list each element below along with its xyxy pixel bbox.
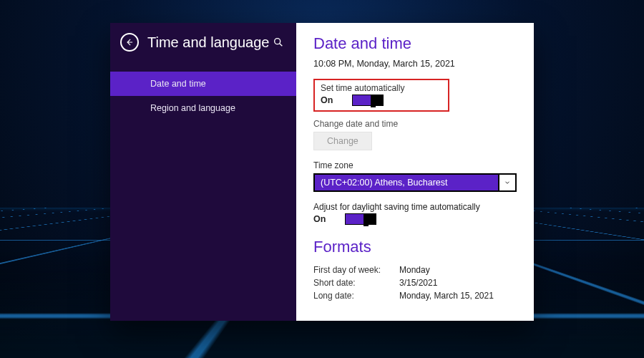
highlight-box: Set time automatically On [313, 79, 449, 112]
format-row: Long date: Monday, March 15, 2021 [313, 289, 517, 302]
sidebar: Time and language Date and time Region a… [110, 23, 296, 321]
sidebar-header: Time and language [110, 23, 296, 59]
settings-window: Time and language Date and time Region a… [110, 23, 534, 321]
format-value: Monday, March 15, 2021 [399, 291, 494, 301]
change-date-time-block: Change date and time Change [313, 119, 517, 150]
auto-dst-block: Adjust for daylight saving time automati… [313, 202, 517, 225]
formats-heading: Formats [313, 238, 517, 256]
timezone-block: Time zone (UTC+02:00) Athens, Bucharest [313, 160, 517, 192]
svg-point-0 [275, 39, 280, 44]
sidebar-item-label: Date and time [150, 79, 206, 89]
current-datetime: 10:08 PM, Monday, March 15, 2021 [313, 59, 517, 69]
search-icon [273, 37, 284, 48]
format-row: Short date: 3/15/2021 [313, 276, 517, 289]
change-button: Change [313, 132, 372, 150]
auto-dst-label: Adjust for daylight saving time automati… [313, 202, 517, 212]
sidebar-item-region-and-language[interactable]: Region and language [110, 96, 296, 120]
chevron-down-icon [504, 179, 511, 186]
auto-dst-toggle[interactable] [345, 213, 376, 225]
arrow-left-icon [125, 37, 135, 47]
format-key: Long date: [313, 291, 399, 301]
timezone-select[interactable]: (UTC+02:00) Athens, Bucharest [313, 173, 517, 192]
auto-dst-state: On [313, 214, 345, 224]
formats-section: Formats First day of week: Monday Short … [313, 238, 517, 302]
sidebar-item-label: Region and language [150, 103, 235, 113]
timezone-caret [498, 175, 515, 190]
search-button[interactable] [270, 34, 286, 50]
timezone-value: (UTC+02:00) Athens, Bucharest [315, 175, 498, 190]
sidebar-title: Time and language [147, 34, 270, 51]
main-panel: Date and time 10:08 PM, Monday, March 15… [296, 23, 534, 321]
format-value: Monday [399, 265, 430, 275]
change-date-time-label: Change date and time [313, 119, 517, 129]
set-time-automatically-state: On [321, 95, 352, 105]
format-row: First day of week: Monday [313, 263, 517, 276]
timezone-label: Time zone [313, 160, 517, 170]
set-time-automatically-label: Set time automatically [321, 83, 442, 93]
set-time-automatically-toggle[interactable] [352, 95, 384, 106]
format-key: First day of week: [313, 265, 399, 275]
back-button[interactable] [120, 33, 139, 52]
format-value: 3/15/2021 [399, 278, 437, 288]
format-key: Short date: [313, 278, 399, 288]
sidebar-item-date-and-time[interactable]: Date and time [110, 72, 296, 96]
page-heading: Date and time [313, 34, 517, 53]
